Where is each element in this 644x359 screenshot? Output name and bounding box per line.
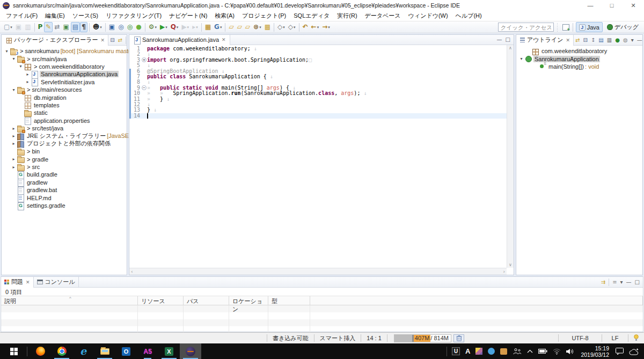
close-icon[interactable]: ✕ (222, 37, 226, 42)
debug-remote-button[interactable]: ◎ (116, 22, 125, 32)
tree-item[interactable]: templates (2, 101, 127, 109)
spring-boot-button[interactable]: ● (134, 22, 143, 32)
minimize-button[interactable]: — (637, 35, 642, 45)
last-edit-location-button[interactable]: ↶ (301, 22, 310, 32)
tab-console[interactable]: コンソール (34, 277, 79, 288)
editor-vertical-scrollbar[interactable]: ∧∨ (507, 45, 514, 268)
sort-button[interactable]: ↕ (591, 35, 595, 45)
tab-editor-sanrokumaruapplication[interactable]: J SanrokumaruApplication.java ✕ (129, 35, 230, 45)
remote-systems-button[interactable]: ▣ (107, 22, 116, 32)
code-line[interactable]: 14 (129, 113, 507, 119)
fold-ruler[interactable] (141, 69, 147, 74)
coverage-button[interactable]: Q▾ (169, 22, 180, 32)
tree-item[interactable]: ▾> com.weekenditlaboratory (2, 63, 127, 70)
code-line[interactable]: 7public class SanrokumaruApplication { ↓ (129, 74, 507, 79)
code-line[interactable]: 11» } ↓ (129, 97, 507, 102)
menu-item[interactable]: ファイル(F) (2, 11, 41, 21)
garbage-collect-button[interactable] (453, 334, 464, 342)
tree-item[interactable]: Gsettings.gradle (2, 202, 127, 209)
highlight-edit-button[interactable]: ✎ (44, 22, 53, 32)
chevron-right-icon[interactable]: ▸ (11, 157, 17, 162)
user-account-button[interactable]: ☻▾ (91, 22, 104, 32)
db-table-button[interactable]: ▦ (203, 22, 213, 32)
menu-item[interactable]: SQLエディタ (290, 11, 333, 21)
tree-item[interactable]: ▸> gradle (2, 155, 127, 163)
fold-ruler[interactable] (141, 52, 147, 57)
column-header-5[interactable]: 型 (268, 296, 310, 305)
taskbar-app-excel[interactable]: X (158, 343, 180, 359)
taskbar-app-outlook[interactable]: O (115, 343, 137, 359)
tree-item[interactable]: ▾> src/main/resources (2, 86, 127, 93)
fold-ruler[interactable] (141, 107, 147, 113)
tray-ime-mode-icon[interactable]: A (463, 343, 473, 359)
show-whitespace-button[interactable]: ¶ (80, 22, 87, 32)
forward-history-button[interactable]: →▾ (320, 22, 332, 32)
fold-ruler[interactable] (141, 74, 147, 79)
back-history-button[interactable]: ←▾ (310, 22, 321, 32)
tree-item[interactable]: Gbuild.gradle (2, 171, 127, 178)
fold-ruler[interactable] (141, 91, 147, 96)
tree-item[interactable]: HELP.md (2, 194, 127, 201)
new-wizard-button[interactable]: ▢▾ (2, 22, 14, 32)
chevron-down-icon[interactable]: ▾ (518, 56, 524, 61)
tree-item[interactable]: ▾> src/main/java (2, 55, 127, 62)
tree-item[interactable]: ▾J> sanrokumaru [boot] [Sanrokumaru mast… (2, 47, 127, 55)
link-with-editor-button[interactable]: ⇄ (118, 35, 122, 45)
column-header-3[interactable]: パス (184, 296, 229, 305)
fold-ruler[interactable] (141, 113, 147, 119)
hide-local-types-button[interactable]: ◍ (623, 35, 628, 45)
code-line[interactable]: 1package com.weekenditlaboratory; ↓ (129, 46, 507, 52)
tree-item[interactable]: db.migration (2, 93, 127, 101)
show-selected-element-button[interactable]: ▤ (71, 22, 80, 32)
chevron-down-icon[interactable]: ▾ (11, 87, 17, 92)
tree-item[interactable]: gradlew (2, 179, 127, 186)
hide-non-public-button[interactable]: ● (615, 35, 620, 45)
tray-messaging-icon[interactable] (485, 343, 497, 359)
gradle-button[interactable]: G▾ (213, 22, 223, 32)
editor-maximize-button[interactable]: □ (506, 35, 510, 45)
hide-fields-button[interactable]: ▤ (598, 35, 603, 45)
chevron-down-icon[interactable]: ▾ (11, 56, 17, 61)
line-number[interactable]: 10 (129, 91, 141, 96)
menu-item[interactable]: ウィンドウ(W) (405, 11, 452, 21)
chevron-right-icon[interactable]: ▸ (25, 72, 31, 77)
chevron-down-icon[interactable]: ▾ (4, 49, 10, 54)
code-line[interactable]: 3+import org.springframework.boot.Spring… (129, 57, 507, 63)
line-number[interactable]: 5 (129, 63, 141, 68)
notification-lamp-icon[interactable] (628, 334, 644, 342)
editor-minimize-button[interactable]: — (497, 35, 502, 45)
menu-item[interactable]: リファクタリング(T) (102, 11, 165, 21)
taskbar-app-start[interactable] (3, 343, 25, 359)
taskbar-app-edge[interactable]: e (72, 343, 94, 359)
battery-icon[interactable] (536, 343, 550, 359)
collapse-all-button[interactable]: ⊟ (110, 35, 114, 45)
chevron-right-icon[interactable]: ▸ (11, 165, 17, 170)
column-header-4[interactable]: ロケーション (229, 296, 268, 305)
chevron-right-icon[interactable]: ▸ (11, 141, 17, 146)
column-header-2[interactable]: リソース (138, 296, 184, 305)
fold-ruler[interactable] (141, 97, 147, 102)
tray-people-icon[interactable] (510, 343, 524, 359)
close-icon[interactable]: ✕ (26, 280, 30, 285)
code-line[interactable]: 12↓ (129, 102, 507, 107)
quick-access-input[interactable] (498, 23, 554, 32)
volume-icon[interactable] (564, 343, 577, 359)
tree-item[interactable]: ▸> src (2, 163, 127, 171)
tree-item[interactable]: ▸> src/test/java (2, 124, 127, 132)
code-editor[interactable]: 1package com.weekenditlaboratory; ↓2↓3+i… (129, 45, 507, 268)
tree-item[interactable]: ▸プロジェクトと外部の依存関係 (2, 140, 127, 148)
menu-item[interactable]: ナビゲート(N) (165, 11, 211, 21)
taskbar-app-eclipse[interactable] (180, 343, 201, 359)
window-minimize-button[interactable]: — (580, 0, 601, 11)
taskbar-app-firefox[interactable] (30, 343, 51, 359)
tray-ime-caps-icon[interactable]: U (449, 343, 463, 359)
taskbar-clock[interactable]: 15:192019/03/12 (577, 345, 613, 358)
menu-item[interactable]: データベース (361, 11, 405, 21)
tree-item[interactable]: ▸JServletInitializer.java (2, 78, 127, 86)
open-perspective-button[interactable] (561, 22, 571, 32)
new-java-project-button[interactable]: ▱ (227, 22, 235, 32)
view-menu-button[interactable]: ≡ (612, 277, 617, 287)
window-maximize-button[interactable]: □ (601, 0, 623, 11)
fold-ruler[interactable] (141, 63, 147, 68)
menu-item[interactable]: プロジェクト(P) (238, 11, 290, 21)
